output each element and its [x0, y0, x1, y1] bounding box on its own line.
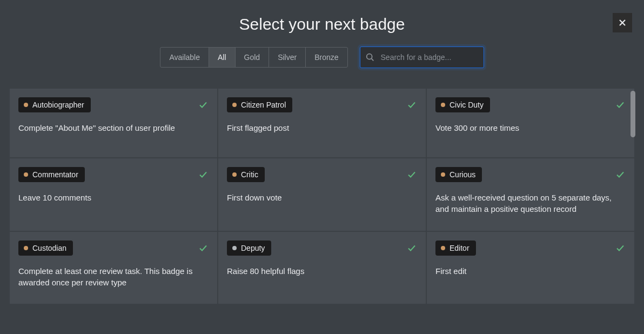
badge-tier-dot-bronze [441, 172, 445, 177]
badge-pill: Custodian [18, 241, 73, 256]
check-icon [406, 169, 417, 180]
filter-tabs: AvailableAllGoldSilverBronze [160, 47, 347, 68]
badge-tier-dot-bronze [24, 103, 28, 107]
check-icon [198, 99, 209, 110]
badge-description: Complete "About Me" section of user prof… [18, 122, 209, 133]
check-icon [615, 99, 626, 110]
tab-all[interactable]: All [209, 47, 236, 68]
badge-card[interactable]: Civic DutyVote 300 or more times [427, 89, 634, 157]
badge-pill: Civic Duty [435, 97, 490, 112]
check-icon [406, 99, 417, 110]
badge-description: First down vote [227, 192, 417, 203]
badge-pill: Deputy [227, 241, 271, 256]
badge-description: Vote 300 or more times [435, 122, 626, 133]
badge-pill: Commentator [18, 167, 85, 182]
check-icon [406, 243, 417, 253]
tab-gold[interactable]: Gold [235, 47, 270, 68]
badge-card[interactable]: CustodianComplete at least one review ta… [10, 232, 217, 304]
badge-description: Ask a well-received question on 5 separa… [435, 192, 626, 215]
badge-tier-dot-bronze [232, 172, 237, 177]
badge-tier-dot-bronze [24, 172, 28, 177]
badge-name: Autobiographer [32, 101, 84, 109]
badge-card[interactable]: AutobiographerComplete "About Me" sectio… [10, 89, 217, 157]
badge-grid: AutobiographerComplete "About Me" sectio… [10, 89, 634, 304]
check-icon [198, 243, 209, 253]
close-button[interactable] [613, 13, 632, 32]
badge-card[interactable]: CriticFirst down vote [218, 158, 426, 230]
badge-name: Critic [241, 170, 258, 179]
badge-pill: Critic [227, 167, 265, 182]
tab-label: Bronze [314, 53, 338, 62]
close-icon [618, 18, 627, 27]
badge-name: Commentator [32, 170, 78, 179]
badge-tier-dot-silver [232, 246, 237, 250]
tab-label: Gold [244, 53, 260, 62]
tab-label: All [218, 53, 226, 62]
search-icon [365, 52, 375, 62]
tab-label: Available [169, 53, 200, 62]
tab-available[interactable]: Available [160, 47, 209, 68]
badge-tier-dot-bronze [24, 246, 28, 250]
search-input[interactable] [360, 46, 484, 68]
badge-name: Curious [450, 170, 475, 179]
badge-card[interactable]: EditorFirst edit [427, 232, 634, 304]
badge-pill: Editor [435, 241, 476, 256]
badge-card[interactable]: Citizen PatrolFirst flagged post [218, 89, 426, 157]
page-title: Select your next badge [0, 15, 644, 34]
check-icon [615, 169, 626, 180]
badge-description: Raise 80 helpful flags [227, 265, 417, 277]
badge-name: Deputy [241, 244, 265, 252]
badge-card[interactable]: CuriousAsk a well-received question on 5… [427, 158, 634, 230]
tab-silver[interactable]: Silver [269, 47, 306, 68]
badge-name: Editor [450, 244, 469, 252]
badge-tier-dot-bronze [441, 103, 445, 107]
badge-name: Custodian [32, 244, 66, 252]
badge-name: Civic Duty [450, 101, 484, 109]
badge-pill: Autobiographer [18, 97, 91, 112]
badge-tier-dot-bronze [441, 246, 445, 250]
badge-pill: Citizen Patrol [227, 97, 292, 112]
tab-bronze[interactable]: Bronze [305, 47, 347, 68]
badge-tier-dot-bronze [232, 103, 237, 107]
scrollbar-thumb[interactable] [630, 91, 635, 137]
check-icon [615, 243, 626, 253]
badge-description: First flagged post [227, 122, 417, 133]
badge-card[interactable]: CommentatorLeave 10 comments [10, 158, 217, 230]
badge-name: Citizen Patrol [241, 101, 286, 109]
badge-pill: Curious [435, 167, 482, 182]
badge-description: Complete at least one review task. This … [18, 265, 209, 288]
check-icon [198, 169, 209, 180]
badge-card[interactable]: DeputyRaise 80 helpful flags [218, 232, 426, 304]
badge-description: Leave 10 comments [18, 192, 209, 203]
tab-label: Silver [278, 53, 297, 62]
svg-point-0 [366, 54, 372, 59]
badge-description: First edit [435, 265, 626, 277]
